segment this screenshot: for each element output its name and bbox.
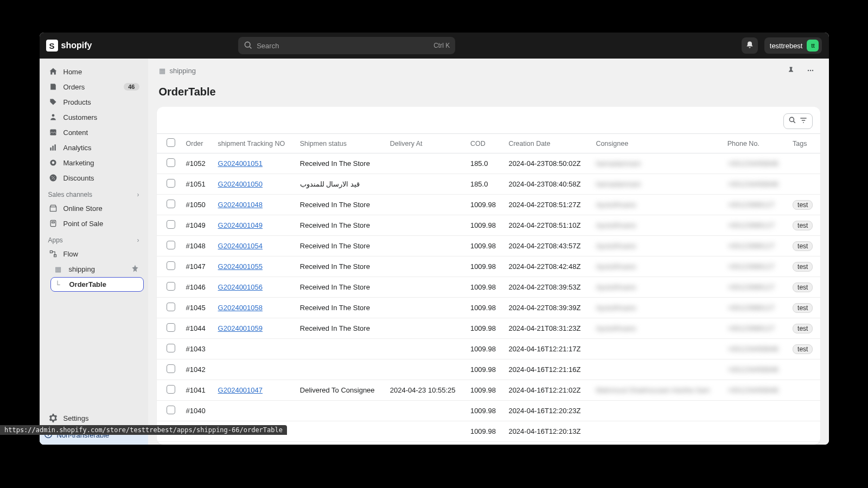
row-checkbox[interactable] (167, 220, 175, 229)
svg-point-17 (812, 70, 813, 71)
table-row[interactable]: #1050G2024001048Received In The Store100… (157, 195, 820, 215)
nav-analytics[interactable]: Analytics (44, 140, 144, 155)
svg-rect-4 (52, 146, 53, 151)
orders-table: Ordershipment Tracking NOShipmen statusD… (157, 133, 820, 445)
row-checkbox[interactable] (167, 261, 175, 270)
nav-orders[interactable]: Orders46 (44, 79, 144, 94)
tracking-link[interactable]: G2024001059 (218, 324, 263, 332)
search-icon (244, 41, 252, 51)
row-checkbox[interactable] (167, 344, 175, 352)
more-actions-button[interactable] (803, 63, 818, 78)
table-row[interactable]: #1045G2024001058Received In The Store100… (157, 298, 820, 318)
page-title: OrderTable (148, 82, 829, 107)
tracking-link[interactable]: G2024001050 (218, 180, 263, 188)
content-icon (48, 127, 58, 137)
column-header[interactable]: Tags (787, 134, 820, 153)
svg-rect-12 (50, 251, 52, 253)
consignee-value: Mahmoud Shakhousani Adulha Sam (596, 386, 710, 394)
tracking-link[interactable]: G2024001055 (218, 262, 263, 271)
row-checkbox[interactable] (167, 364, 175, 373)
analytics-icon (48, 143, 58, 152)
row-checkbox[interactable] (167, 179, 175, 188)
table-row[interactable]: #1041G2024001047Delivered To Consignee20… (157, 380, 820, 401)
svg-point-16 (809, 70, 810, 71)
section-apps[interactable]: Apps› (44, 231, 144, 246)
nav-discounts[interactable]: Discounts (44, 170, 144, 185)
flow-icon (48, 249, 58, 259)
tracking-link[interactable]: G2024001058 (218, 304, 263, 312)
column-header[interactable]: Shipmen status (295, 134, 385, 153)
customers-icon (48, 112, 58, 122)
table-row[interactable]: #1038G2024001052Received In The Store100… (157, 442, 820, 445)
row-checkbox[interactable] (167, 385, 175, 394)
tracking-link[interactable]: G2024001048 (218, 201, 263, 209)
nav-online-store[interactable]: Online Store (44, 201, 144, 216)
nav-home[interactable]: Home (44, 64, 144, 79)
nav-flow[interactable]: Flow (44, 246, 144, 261)
select-all-checkbox[interactable] (167, 138, 175, 147)
column-header[interactable]: Consignee (590, 134, 722, 153)
breadcrumb[interactable]: shipping (170, 67, 196, 75)
nav-shipping-app[interactable]: ▦shipping (50, 261, 144, 277)
table-row[interactable]: #1046G2024001056Received In The Store100… (157, 277, 820, 298)
svg-rect-3 (50, 147, 51, 151)
orders-icon (48, 82, 58, 92)
column-header[interactable]: shipment Tracking NO (213, 134, 295, 153)
table-row[interactable]: #1047G2024001055Received In The Store100… (157, 256, 820, 277)
table-row[interactable]: #10421009.982024-04-16T12:21:16Z+0012344… (157, 359, 820, 380)
phone-value: +00123986127 (727, 283, 775, 291)
tag-badge: test (793, 282, 813, 292)
notifications-button[interactable] (742, 37, 758, 54)
phone-value: +001234456846 (727, 159, 778, 168)
column-header[interactable]: Order (181, 134, 213, 153)
section-sales-channels[interactable]: Sales channels› (44, 185, 144, 201)
user-menu[interactable]: testtrebest tt (764, 37, 822, 54)
table-row[interactable]: #1052G2024001051Received In The Store185… (157, 153, 820, 174)
consignee-value: AyutulHuano (596, 283, 636, 291)
chevron-right-icon: › (137, 191, 139, 198)
tracking-link[interactable]: G2024001051 (218, 159, 263, 168)
row-checkbox[interactable] (167, 323, 175, 332)
row-checkbox[interactable] (167, 158, 175, 167)
nav-marketing[interactable]: Marketing (44, 155, 144, 170)
tracking-link[interactable]: G2024001056 (218, 283, 263, 291)
row-checkbox[interactable] (167, 282, 175, 291)
svg-point-1 (52, 114, 54, 117)
column-header[interactable]: Delivery At (385, 134, 465, 153)
search-placeholder: Search (257, 42, 279, 50)
column-header[interactable]: Creation Date (503, 134, 590, 153)
phone-value: +001234456846 (727, 365, 778, 374)
consignee-value: AyutulHuano (596, 304, 636, 312)
pin-icon[interactable] (131, 264, 139, 274)
nav-pos[interactable]: Point of Sale (44, 216, 144, 231)
table-row[interactable]: #1051G2024001050قيد الارسال للمندوب185.0… (157, 174, 820, 195)
table-row[interactable]: #1044G2024001059Received In The Store100… (157, 318, 820, 339)
orders-badge: 46 (124, 83, 139, 91)
table-row[interactable]: #10401009.982024-04-16T12:20:23Z (157, 401, 820, 421)
tracking-link[interactable]: G2024001049 (218, 221, 263, 229)
row-checkbox[interactable] (167, 406, 175, 414)
tracking-link[interactable]: G2024001047 (218, 386, 263, 394)
table-row[interactable]: #10431009.982024-04-16T12:21:17Z+0012344… (157, 339, 820, 359)
pin-page-button[interactable] (783, 63, 799, 78)
nav-ordertable[interactable]: └OrderTable (50, 277, 144, 292)
logo[interactable]: S shopify (46, 40, 92, 52)
nav-content[interactable]: Content (44, 125, 144, 140)
gear-icon (48, 413, 58, 423)
tracking-link[interactable]: G2024001054 (218, 242, 263, 250)
row-checkbox[interactable] (167, 303, 175, 311)
column-header[interactable]: Phone No. (722, 134, 787, 153)
nav-products[interactable]: Products (44, 94, 144, 110)
nav-customers[interactable]: Customers (44, 110, 144, 125)
bell-icon (745, 41, 754, 51)
column-header[interactable]: COD (465, 134, 503, 153)
search-input[interactable]: Search Ctrl K (238, 37, 455, 54)
table-row[interactable]: #1049G2024001049Received In The Store100… (157, 215, 820, 236)
avatar: tt (807, 40, 819, 52)
row-checkbox[interactable] (167, 241, 175, 249)
nav-settings[interactable]: Settings (44, 410, 144, 426)
svg-rect-11 (52, 222, 54, 223)
row-checkbox[interactable] (167, 200, 175, 208)
search-filter-button[interactable] (783, 113, 813, 129)
table-row[interactable]: #1048G2024001054Received In The Store100… (157, 236, 820, 256)
